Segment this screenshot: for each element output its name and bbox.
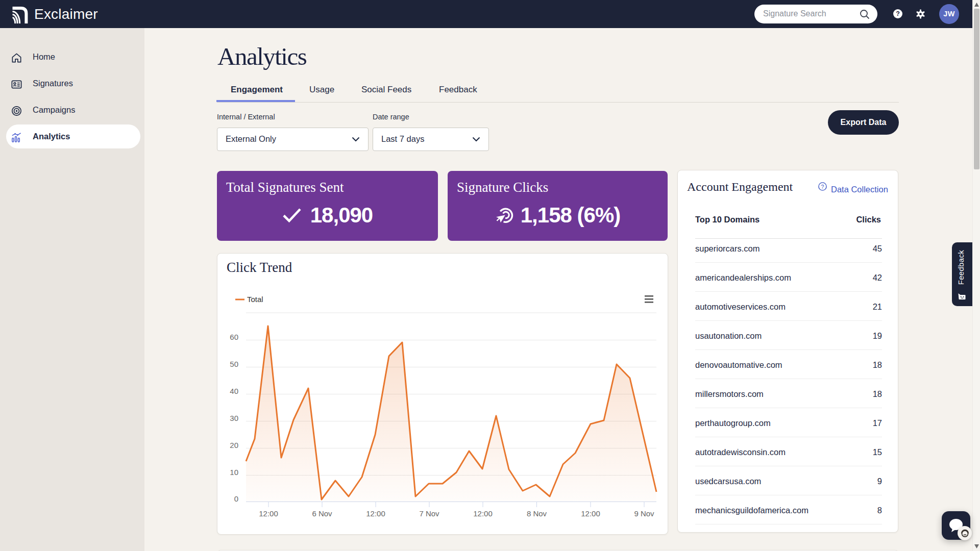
svg-text:30: 30 <box>230 414 238 422</box>
svg-text:20: 20 <box>230 441 238 449</box>
svg-text:40: 40 <box>230 387 238 395</box>
svg-text:12:00: 12:00 <box>259 509 278 518</box>
svg-text:?: ? <box>896 10 900 17</box>
svg-text:12:00: 12:00 <box>473 509 493 518</box>
svg-text:8 Nov: 8 Nov <box>527 509 547 518</box>
svg-text:Total: Total <box>247 295 263 304</box>
svg-text:9 Nov: 9 Nov <box>634 509 654 518</box>
svg-text:6 Nov: 6 Nov <box>312 509 332 518</box>
svg-text:60: 60 <box>230 333 238 341</box>
svg-text:12:00: 12:00 <box>581 509 600 518</box>
svg-text:12:00: 12:00 <box>366 509 385 518</box>
svg-text:?: ? <box>821 184 824 190</box>
svg-text:0: 0 <box>234 494 238 503</box>
svg-text:7 Nov: 7 Nov <box>419 509 439 518</box>
svg-text:10: 10 <box>230 468 238 477</box>
svg-text:50: 50 <box>230 360 238 368</box>
